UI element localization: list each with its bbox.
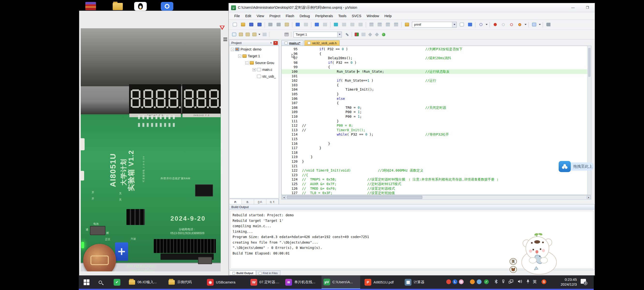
breakpoint-toggle-icon[interactable]	[491, 21, 499, 28]
flower-tray-icon[interactable]: ✿	[459, 279, 464, 284]
translate-icon[interactable]	[230, 31, 238, 38]
uvision-titlebar[interactable]: µ C:\Users\Administrator\Desktop\07.定时器\…	[229, 3, 595, 12]
folder-samples-button[interactable]: 示例代码	[166, 276, 196, 289]
unindent-icon[interactable]	[367, 21, 376, 28]
tree-item-project-demo[interactable]: -Project: demo	[230, 46, 279, 53]
usb-tray-icon[interactable]	[501, 279, 506, 284]
bookmark-next-icon[interactable]	[348, 21, 356, 28]
bottom-tab-build-output[interactable]: Build Output	[230, 270, 256, 275]
search-button[interactable]	[97, 276, 110, 289]
cloud-drive-icon[interactable]	[559, 161, 571, 172]
menu-view[interactable]: View	[254, 14, 267, 18]
batch-build-icon[interactable]	[251, 31, 258, 38]
tree-expander[interactable]: -	[231, 48, 234, 51]
navigate-back-icon[interactable]	[312, 21, 321, 28]
wps-doc-button[interactable]: W07.定时器....	[248, 276, 282, 289]
paste-icon[interactable]	[282, 21, 291, 28]
open-file-icon[interactable]	[239, 21, 247, 28]
microphone-tray-icon[interactable]	[526, 279, 530, 284]
navigate-forward-icon[interactable]	[321, 21, 329, 28]
menu-flash[interactable]: Flash	[283, 14, 297, 18]
tree-item-stc-usb-[interactable]: stc_usb_	[230, 73, 279, 80]
find-in-files-icon[interactable]	[403, 21, 411, 28]
menu-debug[interactable]: Debug	[297, 14, 312, 18]
build-icon[interactable]	[238, 31, 244, 38]
store-app-button[interactable]: ✔	[112, 276, 125, 289]
find-text-icon[interactable]	[458, 21, 466, 28]
project-globe-icon[interactable]	[380, 31, 387, 38]
qq-icon[interactable]	[134, 2, 148, 11]
tree-expander[interactable]: +	[252, 68, 256, 71]
find-icon[interactable]	[477, 21, 485, 28]
configure-icon[interactable]	[544, 21, 552, 28]
network-tray-icon[interactable]	[508, 279, 514, 284]
menu-edit[interactable]: Edit	[242, 14, 254, 18]
redo-icon[interactable]	[302, 21, 310, 28]
editor-tab-stc32-stc8-usb-h[interactable]: stc32_stc8_usb.h	[304, 40, 340, 46]
search-tray-icon[interactable]	[470, 279, 475, 284]
comment-icon[interactable]	[384, 21, 392, 28]
search-dropdown-arrow[interactable]	[452, 22, 456, 27]
breakpoint-disable-icon[interactable]	[499, 21, 508, 28]
security-check-tray-icon[interactable]: ✓	[484, 279, 489, 284]
scrollbar-thumb[interactable]	[287, 196, 422, 199]
breakpoint-enable-all-icon[interactable]	[508, 21, 516, 28]
antivirus-tray-icon[interactable]	[446, 279, 451, 284]
rebuild-icon[interactable]	[244, 31, 251, 38]
menu-window[interactable]: Window	[364, 14, 382, 18]
editor-horizontal-scrollbar[interactable]: ◄ ►	[282, 195, 591, 200]
manage-components-icon[interactable]	[367, 31, 374, 38]
incremental-find-icon[interactable]	[466, 21, 474, 28]
volume-tray-icon[interactable]	[517, 279, 522, 284]
driver-tray-icon[interactable]	[477, 279, 482, 284]
save-icon[interactable]	[247, 21, 255, 28]
bluetooth-tray-icon[interactable]	[494, 279, 498, 284]
menu-peripherals[interactable]: Peripherals	[312, 14, 336, 18]
calculator-button[interactable]: ▦计算器	[403, 276, 430, 289]
uncomment-icon[interactable]	[392, 21, 400, 28]
scroll-right-arrow[interactable]: ►	[587, 196, 591, 199]
scroll-left-arrow[interactable]: ◄	[282, 196, 286, 199]
pdf-ai8051u-button[interactable]: PAI8051U.pdf	[362, 276, 399, 289]
wps-floating-logo-icon[interactable]	[220, 26, 225, 30]
debug-flag-icon[interactable]	[353, 31, 360, 38]
code-editor[interactable]: 95if( P32 == 0 )//判断P32按钮是否按下96{97Delay2…	[282, 46, 591, 195]
menu-file[interactable]: File	[232, 14, 242, 18]
lenovo-tray-icon[interactable]: L	[452, 279, 458, 284]
menu-project[interactable]: Project	[267, 14, 283, 18]
menu-svcs[interactable]: SVCS	[349, 14, 364, 18]
indent-icon[interactable]	[376, 21, 384, 28]
window-dropdown-arrow[interactable]	[538, 21, 542, 28]
menu-hamburger-icon[interactable]	[223, 38, 227, 42]
batch-dropdown-arrow[interactable]	[258, 31, 261, 38]
ime-lang-tray-icon[interactable]: 英	[532, 279, 537, 284]
bookmark-toggle-icon[interactable]	[332, 21, 340, 28]
menu-help[interactable]: Help	[382, 14, 394, 18]
editor-tab-main-c-[interactable]: main.c*	[282, 40, 304, 46]
driver-tool-icon[interactable]	[160, 2, 174, 11]
window-layout-icon[interactable]	[530, 21, 538, 28]
insert-template-icon[interactable]	[360, 31, 367, 38]
taskbar-clock[interactable]: 0:23:452024/12/3	[550, 277, 577, 287]
maximize-button[interactable]: ❐	[582, 4, 593, 11]
bookmark-clear-icon[interactable]	[356, 21, 364, 28]
target-dropdown-arrow[interactable]	[337, 32, 342, 37]
download-icon[interactable]: LOAD	[283, 31, 290, 38]
menu-tools[interactable]: Tools	[336, 14, 349, 18]
function-filter-icon[interactable]	[374, 31, 380, 38]
breakpoint-kill-all-icon[interactable]	[516, 21, 524, 28]
mcu-online-button[interactable]: ≋单片机在线...	[283, 276, 320, 289]
undo-icon[interactable]	[294, 21, 302, 28]
find-dropdown-arrow[interactable]	[485, 21, 488, 28]
copy-icon[interactable]	[274, 21, 282, 28]
uvision-taskbar-button[interactable]: µVC:\Users\A...	[322, 276, 360, 289]
stop-build-icon[interactable]	[261, 31, 268, 38]
target-options-icon[interactable]	[344, 31, 350, 38]
tree-item-target-1[interactable]: -Target 1	[230, 53, 279, 60]
tree-item-main-c[interactable]: +main.c	[230, 66, 279, 73]
target-select-combobox[interactable]: Target 1	[294, 32, 342, 38]
breakpoint-dropdown-arrow[interactable]	[524, 21, 527, 28]
tree-expander[interactable]: -	[238, 54, 241, 58]
save-all-icon[interactable]	[255, 21, 264, 28]
notification-center-button[interactable]: 3	[581, 279, 587, 284]
